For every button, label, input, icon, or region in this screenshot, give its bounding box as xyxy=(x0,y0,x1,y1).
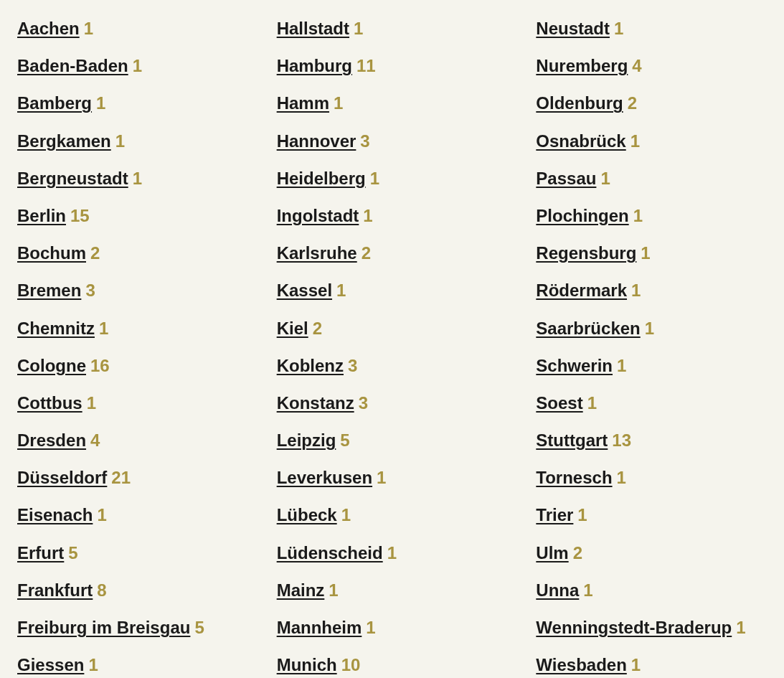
city-link[interactable]: Neustadt xyxy=(536,19,610,38)
city-link[interactable]: Lübeck xyxy=(277,505,337,524)
city-count: 1 xyxy=(377,468,386,487)
city-link[interactable]: Ingolstadt xyxy=(277,206,359,225)
list-item: Plochingen1 xyxy=(536,204,767,227)
city-link[interactable]: Plochingen xyxy=(536,206,628,225)
list-item: Bergneustadt1 xyxy=(17,167,248,189)
list-item: Cottbus1 xyxy=(17,392,248,414)
city-count: 3 xyxy=(359,393,368,413)
city-link[interactable]: Bergneustadt xyxy=(17,169,128,188)
city-link[interactable]: Hamm xyxy=(277,93,329,113)
city-link[interactable]: Heidelberg xyxy=(277,169,366,188)
list-item: Kassel1 xyxy=(277,279,508,301)
list-item: Frankfurt8 xyxy=(17,579,248,601)
city-count: 1 xyxy=(354,19,363,38)
city-count: 1 xyxy=(96,93,105,113)
city-link[interactable]: Koblenz xyxy=(277,356,344,375)
list-item: Wiesbaden1 xyxy=(536,654,767,676)
list-item: Stuttgart13 xyxy=(536,429,767,451)
city-link[interactable]: Leverkusen xyxy=(277,468,372,487)
city-link[interactable]: Eisenach xyxy=(17,505,93,524)
city-link[interactable]: Nuremberg xyxy=(536,56,628,75)
city-link[interactable]: Munich xyxy=(277,655,337,674)
city-link[interactable]: Oldenburg xyxy=(536,93,623,113)
city-count: 13 xyxy=(612,430,631,450)
list-item: Koblenz3 xyxy=(277,354,508,377)
list-item: Düsseldorf21 xyxy=(17,466,248,489)
list-item: Freiburg im Breisgau5 xyxy=(17,616,248,639)
city-count: 11 xyxy=(356,56,376,75)
list-item: Karlsruhe2 xyxy=(277,242,508,264)
city-link[interactable]: Unna xyxy=(536,580,579,600)
city-count: 1 xyxy=(600,169,610,188)
city-count: 1 xyxy=(99,319,108,338)
list-item: Hamburg11 xyxy=(277,55,508,77)
list-item: Munich10 xyxy=(277,654,508,676)
city-link[interactable]: Saarbrücken xyxy=(536,319,640,338)
city-count: 3 xyxy=(360,131,369,151)
city-link[interactable]: Giessen xyxy=(17,655,84,674)
city-link[interactable]: Trier xyxy=(536,505,573,524)
list-item: Aachen1 xyxy=(17,17,248,39)
list-item: Osnabrück1 xyxy=(536,130,767,152)
city-link[interactable]: Kiel xyxy=(277,319,308,338)
city-link[interactable]: Karlsruhe xyxy=(277,243,357,263)
city-link[interactable]: Erfurt xyxy=(17,543,64,562)
city-count: 1 xyxy=(133,169,142,188)
city-link[interactable]: Hannover xyxy=(277,131,356,151)
city-link[interactable]: Schwerin xyxy=(536,356,613,375)
city-link[interactable]: Passau xyxy=(536,169,596,188)
city-link[interactable]: Mainz xyxy=(277,580,325,600)
list-item: Rödermark1 xyxy=(536,279,767,301)
city-count: 8 xyxy=(97,580,106,600)
city-link[interactable]: Rödermark xyxy=(536,281,627,300)
city-link[interactable]: Bremen xyxy=(17,281,81,300)
city-link[interactable]: Hallstadt xyxy=(277,19,349,38)
list-item: Berlin15 xyxy=(17,204,248,227)
city-link[interactable]: Ulm xyxy=(536,543,568,562)
city-count: 1 xyxy=(366,618,375,637)
city-link[interactable]: Berlin xyxy=(17,206,66,225)
city-link[interactable]: Soest xyxy=(536,393,582,413)
list-item: Kiel2 xyxy=(277,317,508,339)
city-link[interactable]: Wiesbaden xyxy=(536,655,626,674)
city-count: 1 xyxy=(336,281,346,300)
city-link[interactable]: Frankfurt xyxy=(17,580,93,600)
city-count: 1 xyxy=(633,206,643,225)
city-link[interactable]: Kassel xyxy=(277,281,332,300)
city-link[interactable]: Freiburg im Breisgau xyxy=(17,618,190,637)
city-link[interactable]: Düsseldorf xyxy=(17,468,107,487)
city-link[interactable]: Baden-Baden xyxy=(17,56,128,75)
list-item: Bergkamen1 xyxy=(17,130,248,152)
city-link[interactable]: Cologne xyxy=(17,356,86,375)
city-count: 1 xyxy=(97,505,106,524)
list-item: Schwerin1 xyxy=(536,354,767,377)
city-link[interactable]: Leipzig xyxy=(277,430,336,450)
city-link[interactable]: Lüdenscheid xyxy=(277,543,383,562)
city-link[interactable]: Hamburg xyxy=(277,56,352,75)
city-link[interactable]: Konstanz xyxy=(277,393,354,413)
city-count: 1 xyxy=(334,93,343,113)
city-link[interactable]: Stuttgart xyxy=(536,430,608,450)
city-count: 1 xyxy=(341,505,351,524)
list-item: Tornesch1 xyxy=(536,466,767,489)
city-count: 1 xyxy=(577,505,587,524)
city-link[interactable]: Wenningstedt-Braderup xyxy=(536,618,732,637)
city-link[interactable]: Bochum xyxy=(17,243,86,263)
city-link[interactable]: Chemnitz xyxy=(17,319,95,338)
list-item: Saarbrücken1 xyxy=(536,317,767,339)
city-link[interactable]: Aachen xyxy=(17,19,80,38)
city-count: 21 xyxy=(111,468,131,487)
city-count: 1 xyxy=(583,580,592,600)
city-link[interactable]: Bamberg xyxy=(17,93,92,113)
city-link[interactable]: Osnabrück xyxy=(536,131,625,151)
city-link[interactable]: Cottbus xyxy=(17,393,82,413)
city-link[interactable]: Bergkamen xyxy=(17,131,111,151)
list-item: Lübeck1 xyxy=(277,504,508,526)
city-link[interactable]: Regensburg xyxy=(536,243,636,263)
list-item: Nuremberg4 xyxy=(536,55,767,77)
city-link[interactable]: Dresden xyxy=(17,430,86,450)
list-item: Neustadt1 xyxy=(536,17,767,39)
city-link[interactable]: Mannheim xyxy=(277,618,362,637)
city-link[interactable]: Tornesch xyxy=(536,468,612,487)
city-count: 1 xyxy=(88,655,98,674)
